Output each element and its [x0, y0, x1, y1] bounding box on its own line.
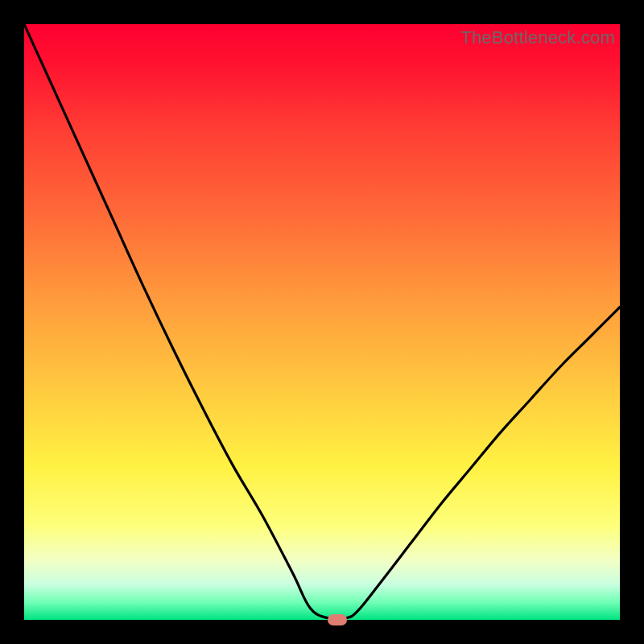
chart-frame: TheBottleneck.com [0, 0, 644, 644]
plot-area: TheBottleneck.com [24, 24, 620, 620]
bottleneck-curve [24, 24, 620, 620]
optimum-marker [328, 614, 347, 625]
